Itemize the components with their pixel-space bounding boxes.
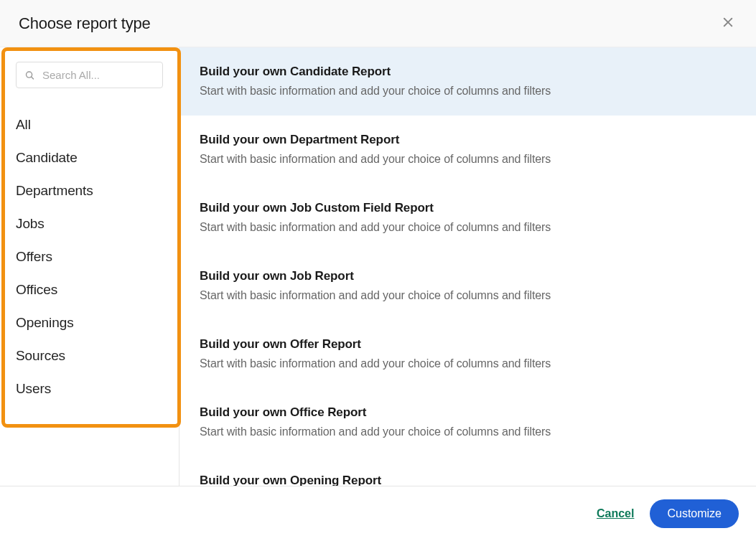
report-description: Start with basic information and add you… xyxy=(200,221,736,234)
report-description: Start with basic information and add you… xyxy=(200,153,736,166)
search-field-wrapper xyxy=(16,62,163,88)
modal-body: AllCandidateDepartmentsJobsOffersOffices… xyxy=(0,47,756,486)
close-icon xyxy=(722,16,734,31)
category-item[interactable]: Users xyxy=(16,372,163,405)
search-input[interactable] xyxy=(16,62,163,88)
category-item[interactable]: All xyxy=(16,108,163,141)
customize-button[interactable]: Customize xyxy=(650,499,739,528)
category-item[interactable]: Offers xyxy=(16,240,163,273)
report-description: Start with basic information and add you… xyxy=(200,357,736,370)
category-item[interactable]: Candidate xyxy=(16,141,163,174)
close-button[interactable] xyxy=(719,13,737,34)
report-item[interactable]: Build your own Department ReportStart wi… xyxy=(179,116,756,184)
category-item[interactable]: Offices xyxy=(16,273,163,306)
report-title: Build your own Offer Report xyxy=(200,337,736,352)
sidebar: AllCandidateDepartmentsJobsOffersOffices… xyxy=(0,47,179,486)
report-item[interactable]: Build your own Job Custom Field ReportSt… xyxy=(179,184,756,252)
report-list[interactable]: Build your own Candidate ReportStart wit… xyxy=(179,47,756,486)
category-item[interactable]: Sources xyxy=(16,339,163,372)
report-item[interactable]: Build your own Offer ReportStart with ba… xyxy=(179,320,756,388)
report-title: Build your own Candidate Report xyxy=(200,65,736,79)
report-item[interactable]: Build your own Office ReportStart with b… xyxy=(179,388,756,456)
cancel-button[interactable]: Cancel xyxy=(597,507,634,520)
category-item[interactable]: Jobs xyxy=(16,207,163,240)
report-description: Start with basic information and add you… xyxy=(200,425,736,438)
report-title: Build your own Department Report xyxy=(200,133,736,147)
report-title: Build your own Job Report xyxy=(200,269,736,283)
report-description: Start with basic information and add you… xyxy=(200,85,736,98)
choose-report-modal: Choose report type AllC xyxy=(0,0,756,541)
report-title: Build your own Opening Report xyxy=(200,474,736,486)
search-icon xyxy=(24,70,35,80)
report-item[interactable]: Build your own Job ReportStart with basi… xyxy=(179,252,756,320)
modal-footer: Cancel Customize xyxy=(0,486,756,541)
modal-header: Choose report type xyxy=(0,0,756,47)
report-title: Build your own Office Report xyxy=(200,405,736,420)
category-item[interactable]: Departments xyxy=(16,174,163,207)
svg-line-3 xyxy=(32,77,34,79)
report-item[interactable]: Build your own Candidate ReportStart wit… xyxy=(179,47,756,116)
report-title: Build your own Job Custom Field Report xyxy=(200,201,736,215)
category-list: AllCandidateDepartmentsJobsOffersOffices… xyxy=(16,108,163,405)
category-item[interactable]: Openings xyxy=(16,306,163,339)
report-item[interactable]: Build your own Opening ReportStart with … xyxy=(179,456,756,486)
report-description: Start with basic information and add you… xyxy=(200,289,736,302)
modal-title: Choose report type xyxy=(19,14,151,33)
